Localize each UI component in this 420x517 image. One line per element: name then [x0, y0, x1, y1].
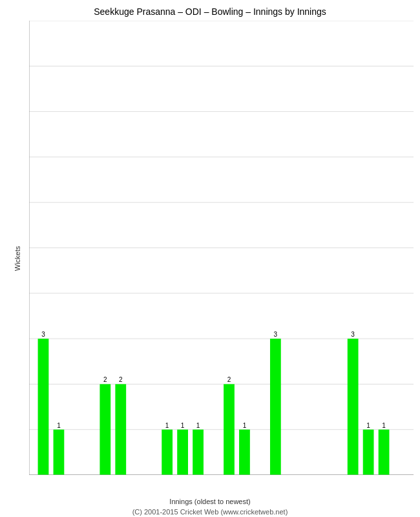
y-axis-label: Wickets	[14, 246, 21, 271]
svg-text:2: 2	[227, 376, 231, 383]
svg-rect-61	[270, 339, 281, 475]
svg-text:1: 1	[366, 422, 370, 429]
svg-text:1: 1	[382, 422, 386, 429]
svg-rect-32	[100, 384, 110, 475]
svg-text:1: 1	[243, 422, 247, 429]
svg-text:3: 3	[274, 331, 278, 338]
footer-text: (C) 2001-2015 Cricket Web (www.cricketwe…	[0, 508, 420, 516]
svg-rect-45	[177, 430, 188, 475]
svg-rect-42	[162, 430, 173, 475]
svg-rect-25	[54, 430, 65, 475]
svg-rect-78	[379, 430, 390, 475]
svg-rect-72	[348, 339, 359, 475]
chart-container: Seekkuge Prasanna – ODI – Bowling – Inni…	[0, 0, 420, 517]
svg-rect-48	[193, 430, 204, 475]
svg-rect-53	[224, 384, 235, 475]
svg-text:1: 1	[181, 422, 185, 429]
svg-rect-22	[38, 339, 49, 475]
chart-svg: 1234567891003112030425260708191101110122…	[29, 21, 414, 475]
svg-text:1: 1	[196, 422, 200, 429]
svg-rect-56	[239, 430, 250, 475]
x-axis-label: Innings (oldest to newest)	[169, 498, 250, 505]
svg-text:1: 1	[165, 422, 169, 429]
svg-text:3: 3	[351, 331, 355, 338]
svg-text:3: 3	[41, 331, 45, 338]
svg-text:2: 2	[103, 376, 107, 383]
svg-rect-35	[115, 384, 126, 475]
svg-rect-75	[363, 430, 374, 475]
svg-text:1: 1	[57, 422, 61, 429]
chart-title: Seekkuge Prasanna – ODI – Bowling – Inni…	[0, 0, 420, 20]
svg-text:2: 2	[119, 376, 123, 383]
